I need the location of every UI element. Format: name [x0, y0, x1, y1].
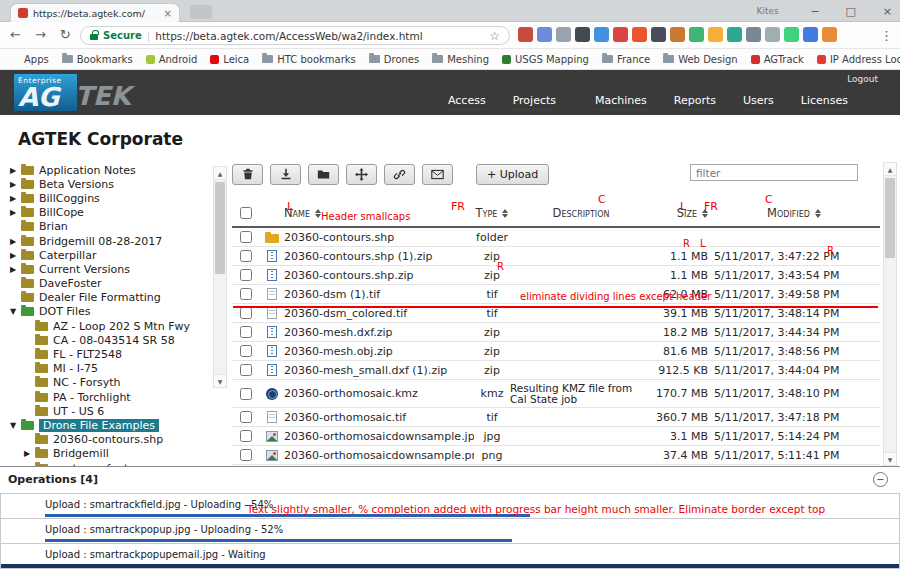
file-name[interactable]: 20360-dsm (1).tif	[284, 288, 474, 301]
minimize-button[interactable]: ─	[812, 5, 819, 18]
extension-icon[interactable]	[822, 27, 837, 42]
nav-item[interactable]: Machines	[595, 94, 647, 110]
bookmark-item[interactable]: HTC bookmarks	[262, 54, 356, 65]
new-tab-button[interactable]	[190, 5, 212, 19]
extension-icon[interactable]	[651, 27, 666, 42]
caret-icon[interactable]: ▶	[10, 180, 21, 189]
caret-icon[interactable]: ▶	[24, 449, 35, 458]
forward-icon[interactable]: →	[35, 27, 46, 42]
table-row[interactable]: 20360-mesh.dxf.zip zip 18.2 MB 5/11/2017…	[232, 323, 880, 342]
scroll-up-icon[interactable]: ▲	[214, 167, 226, 180]
extension-icon[interactable]	[518, 27, 533, 42]
download-button[interactable]	[270, 164, 301, 185]
extension-icon[interactable]	[746, 27, 761, 42]
bookmark-item[interactable]: Android	[146, 54, 198, 65]
bookmark-item[interactable]: Meshing	[432, 54, 489, 65]
file-name[interactable]: 20360-mesh_small.dxf (1).zip	[284, 364, 474, 377]
maximize-button[interactable]: □	[845, 5, 855, 18]
bookmark-item[interactable]: Web Design	[663, 54, 738, 65]
browser-menu-icon[interactable]: ⋮	[880, 28, 893, 43]
table-row[interactable]: 20360-contours.shp (1).zip zip 1.1 MB 5/…	[232, 247, 880, 266]
extension-icon[interactable]	[594, 27, 609, 42]
tree-item[interactable]: ▼ Drone File Examples	[0, 418, 212, 432]
tree-item[interactable]: 20360-contours.shp	[0, 433, 212, 447]
browser-tab[interactable]: https://beta.agtek.com/ ×	[10, 3, 180, 22]
scroll-down-icon[interactable]: ▼	[214, 374, 226, 387]
tree-scrollbar[interactable]: ▲ ▼	[213, 166, 227, 388]
nav-item[interactable]: Projects	[513, 94, 556, 110]
bookmark-item[interactable]: Leica	[210, 54, 249, 65]
tree-item[interactable]: Dealer File Formatting	[0, 291, 212, 305]
tree-item[interactable]: MI - I-75	[0, 362, 212, 376]
sort-icon[interactable]	[815, 209, 821, 218]
tree-item[interactable]: ▶ Application Notes	[0, 163, 212, 177]
extension-icon[interactable]	[803, 27, 818, 42]
file-name[interactable]: 20360-orthomosaic.tif	[284, 411, 474, 424]
row-checkbox[interactable]	[240, 250, 252, 262]
row-checkbox[interactable]	[240, 345, 252, 357]
header-modified[interactable]: Modified	[708, 206, 880, 220]
caret-icon[interactable]: ▼	[10, 307, 21, 316]
scroll-up-icon[interactable]: ▲	[884, 163, 896, 176]
refresh-icon[interactable]: ↻	[60, 27, 71, 42]
file-name[interactable]: 20360-dsm_colored.tif	[284, 307, 474, 320]
tree-item[interactable]: UT - US 6	[0, 404, 212, 418]
tree-item[interactable]: ▶ Current Versions	[0, 262, 212, 276]
row-checkbox[interactable]	[240, 231, 252, 243]
extension-icon[interactable]	[784, 27, 799, 42]
scroll-thumb[interactable]	[215, 182, 225, 274]
list-scrollbar[interactable]: ▲ ▼	[883, 162, 897, 466]
bookmark-item[interactable]: France	[602, 54, 650, 65]
file-name[interactable]: 20360-contours.shp.zip	[284, 269, 474, 282]
row-checkbox[interactable]	[240, 388, 252, 400]
bookmark-star-icon[interactable]: ☆	[489, 29, 500, 43]
file-name[interactable]: 20360-orthomosaicdownsample.png	[284, 449, 474, 462]
bookmark-item[interactable]: IP Address Locator	[817, 54, 900, 65]
table-row[interactable]: 20360-contours.shp.zip zip 1.1 MB 5/11/2…	[232, 266, 880, 285]
tree-item[interactable]: FL - FLT2548	[0, 347, 212, 361]
tree-item[interactable]: ▶ Bridgemill	[0, 447, 212, 461]
url-field[interactable]: Secure | https://beta.agtek.com/AccessWe…	[80, 26, 510, 45]
row-checkbox[interactable]	[240, 326, 252, 338]
header-type[interactable]: Type	[474, 206, 510, 220]
scroll-thumb[interactable]	[885, 178, 895, 258]
tree-item[interactable]: ▼ DOT Files	[0, 305, 212, 319]
caret-icon[interactable]: ▶	[10, 166, 21, 175]
file-name[interactable]: 20360-mesh.obj.zip	[284, 345, 474, 358]
new-folder-button[interactable]	[308, 164, 339, 185]
row-checkbox[interactable]	[240, 288, 252, 300]
tree-item[interactable]: PA - Torchlight	[0, 390, 212, 404]
extension-icon[interactable]	[670, 27, 685, 42]
extension-icon[interactable]	[613, 27, 628, 42]
email-button[interactable]	[422, 164, 453, 185]
link-button[interactable]	[384, 164, 415, 185]
tree-item[interactable]: Brian	[0, 220, 212, 234]
delete-button[interactable]	[232, 164, 263, 185]
caret-icon[interactable]: ▶	[10, 265, 21, 274]
filter-input[interactable]	[690, 164, 858, 181]
caret-icon[interactable]: ▶	[10, 237, 21, 246]
close-button[interactable]: ×	[883, 5, 892, 18]
tree-item[interactable]: DaveFoster	[0, 277, 212, 291]
bookmark-item[interactable]: AGTrack	[751, 54, 804, 65]
tree-item[interactable]: NC - Forsyth	[0, 376, 212, 390]
caret-icon[interactable]: ▶	[10, 251, 21, 260]
extension-icon[interactable]	[727, 27, 742, 42]
logout-link[interactable]: Logout	[847, 74, 878, 84]
caret-icon[interactable]: ▼	[10, 421, 21, 430]
caret-icon[interactable]: ▶	[10, 194, 21, 203]
select-all-checkbox[interactable]	[240, 207, 252, 219]
file-name[interactable]: 20360-mesh.dxf.zip	[284, 326, 474, 339]
table-row[interactable]: 20360-contours.shp folder	[232, 228, 880, 247]
header-description[interactable]: Description	[510, 206, 652, 220]
table-row[interactable]: 20360-orthomosaic.kmz kmz Resulting KMZ …	[232, 380, 880, 408]
tree-item[interactable]: ▶ Bridgemill 08-28-2017	[0, 234, 212, 248]
extension-icon[interactable]	[708, 27, 723, 42]
tree-item[interactable]: ▶ BillCope	[0, 206, 212, 220]
nav-item[interactable]: Reports	[674, 94, 716, 110]
extension-icon[interactable]	[556, 27, 571, 42]
bookmark-item[interactable]: Drones	[369, 54, 419, 65]
bookmark-item[interactable]: USGS Mapping	[502, 54, 589, 65]
extension-icon[interactable]	[689, 27, 704, 42]
extension-icon[interactable]	[632, 27, 647, 42]
